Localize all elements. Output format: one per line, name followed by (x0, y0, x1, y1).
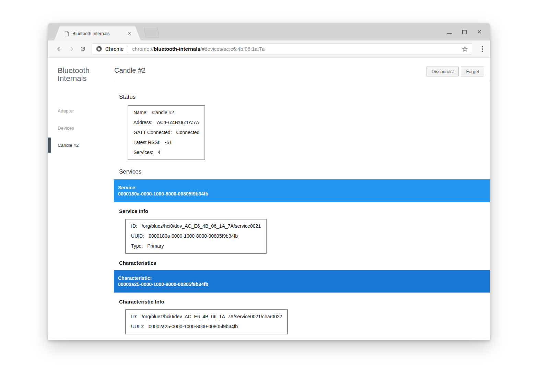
address-bar[interactable]: Chrome chrome://bluetooth-internals/#dev… (92, 43, 472, 55)
origin-label: Chrome (105, 46, 124, 52)
characteristic-banner-label: Characteristic: (118, 275, 490, 281)
sidebar-title: Bluetooth Internals (58, 67, 99, 82)
url-text: chrome://bluetooth-internals/#devices/ac… (132, 46, 459, 52)
sidebar-item-devices[interactable]: Devices (58, 119, 114, 136)
characteristic-info-heading: Characteristic Info (119, 299, 490, 305)
field-label: Services: (133, 150, 153, 155)
browser-menu-icon[interactable] (480, 44, 485, 54)
status-row: GATT Connected:Connected (133, 128, 199, 138)
sidebar: Bluetooth Internals Adapter Devices Cand… (48, 58, 114, 340)
status-row: Address:AC:E6:4B:06:1A:7A (133, 118, 199, 128)
reload-icon[interactable] (77, 43, 89, 55)
field-value: 4 (158, 150, 161, 155)
service-info-row: ID:/org/bluez/hci0/dev_AC_E6_4B_06_1A_7A… (131, 221, 261, 231)
service-banner[interactable]: Service: 0000180a-0000-1000-8000-00805f9… (114, 179, 490, 202)
field-label: Latest RSSI: (133, 140, 161, 145)
disconnect-button[interactable]: Disconnect (427, 67, 459, 76)
field-value: Primary (147, 243, 164, 249)
field-value: /org/bluez/hci0/dev_AC_E6_4B_06_1A_7A/se… (142, 223, 261, 229)
tab-close-icon[interactable]: × (127, 31, 132, 36)
page-content: Bluetooth Internals Adapter Devices Cand… (48, 58, 490, 340)
field-label: Address: (133, 120, 152, 125)
forget-button[interactable]: Forget (461, 67, 484, 76)
browser-window: Bluetooth Internals × × (48, 23, 490, 340)
field-value: Candle #2 (152, 110, 174, 115)
services-heading: Services (119, 168, 490, 175)
sidebar-item-label: Devices (58, 126, 74, 131)
tab-strip: Bluetooth Internals × × (48, 23, 490, 40)
device-header: Candle #2 Disconnect Forget (114, 58, 490, 76)
browser-toolbar: Chrome chrome://bluetooth-internals/#dev… (48, 40, 490, 58)
window-close-icon[interactable]: × (476, 29, 482, 35)
device-page: Candle #2 Disconnect Forget Status Name:… (114, 58, 490, 340)
field-label: Type: (131, 243, 143, 249)
field-label: ID: (131, 223, 137, 229)
sidebar-nav: Adapter Devices Candle #2 (58, 102, 114, 154)
forward-icon (65, 43, 77, 55)
field-label: UUID: (131, 324, 144, 329)
field-label: Name: (133, 110, 148, 115)
sidebar-item-adapter[interactable]: Adapter (58, 102, 114, 119)
service-info-row: Type:Primary (131, 241, 261, 251)
back-icon[interactable] (54, 43, 65, 55)
sidebar-item-label: Adapter (58, 108, 74, 114)
sidebar-item-label: Candle #2 (58, 143, 79, 148)
status-row: Latest RSSI:-61 (133, 138, 199, 147)
field-label: GATT Connected: (133, 130, 172, 135)
window-controls: × (446, 23, 482, 40)
characteristics-heading: Characteristics (119, 260, 490, 266)
service-info-box: ID:/org/bluez/hci0/dev_AC_E6_4B_06_1A_7A… (125, 219, 267, 254)
characteristic-info-box: ID:/org/bluez/hci0/dev_AC_E6_4B_06_1A_7A… (125, 309, 288, 334)
field-value: /org/bluez/hci0/dev_AC_E6_4B_06_1A_7A/se… (142, 314, 282, 319)
selection-indicator (48, 138, 51, 153)
new-tab-button[interactable] (144, 28, 159, 37)
url-host: bluetooth-internals (154, 46, 200, 52)
field-value: Connected (176, 130, 200, 135)
origin-chip: Chrome (96, 46, 128, 52)
field-value: AC:E6:4B:06:1A:7A (157, 120, 199, 125)
service-info-heading: Service Info (119, 208, 490, 214)
page-icon (65, 31, 69, 36)
tab-title: Bluetooth Internals (72, 31, 127, 36)
status-heading: Status (119, 94, 490, 100)
status-row: Services:4 (133, 147, 199, 157)
chrome-logo-icon (96, 46, 102, 52)
url-scheme: chrome:// (132, 46, 154, 52)
field-value: 0000180a-0000-1000-8000-00805f9b34fb (149, 233, 238, 239)
field-value: -61 (165, 140, 172, 145)
characteristic-info-row: UUID:00002a25-0000-1000-8000-00805f9b34f… (131, 322, 282, 332)
field-value: 00002a25-0000-1000-8000-00805f9b34fb (149, 324, 238, 329)
bookmark-star-icon[interactable] (462, 46, 468, 52)
sidebar-item-candle-2[interactable]: Candle #2 (58, 136, 114, 154)
characteristic-banner-uuid: 00002a25-0000-1000-8000-00805f9b34fb (118, 281, 490, 287)
header-divider (114, 82, 490, 82)
omnibox-divider (128, 46, 128, 52)
url-path: /#devices/ac:e6:4b:06:1a:7a (200, 46, 265, 52)
field-label: UUID: (131, 233, 144, 239)
tab-bluetooth-internals[interactable]: Bluetooth Internals × (54, 26, 141, 40)
minimize-icon[interactable] (446, 29, 452, 35)
page-title: Candle #2 (114, 67, 145, 74)
service-banner-uuid: 0000180a-0000-1000-8000-00805f9b34fb (118, 191, 490, 197)
characteristic-info-row: ID:/org/bluez/hci0/dev_AC_E6_4B_06_1A_7A… (131, 312, 282, 322)
status-row: Name:Candle #2 (133, 108, 199, 118)
header-buttons: Disconnect Forget (427, 67, 484, 76)
field-label: ID: (131, 314, 137, 319)
status-box: Name:Candle #2 Address:AC:E6:4B:06:1A:7A… (128, 105, 205, 160)
maximize-icon[interactable] (461, 29, 467, 35)
service-banner-label: Service: (118, 185, 490, 191)
service-info-row: UUID:0000180a-0000-1000-8000-00805f9b34f… (131, 231, 261, 241)
characteristic-banner[interactable]: Characteristic: 00002a25-0000-1000-8000-… (114, 270, 490, 293)
